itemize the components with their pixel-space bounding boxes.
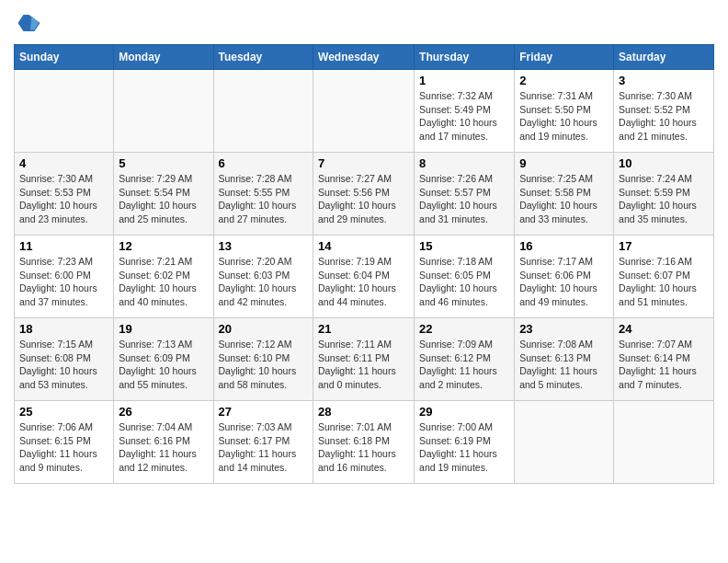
- day-info: Sunrise: 7:06 AMSunset: 6:15 PMDaylight:…: [19, 420, 108, 475]
- day-number: 11: [19, 239, 108, 253]
- page-header: [14, 9, 714, 37]
- day-number: 6: [219, 156, 309, 170]
- day-cell: 17Sunrise: 7:16 AMSunset: 6:07 PMDayligh…: [614, 236, 714, 318]
- day-number: 27: [219, 405, 309, 419]
- day-cell: 27Sunrise: 7:03 AMSunset: 6:17 PMDayligh…: [213, 401, 313, 484]
- column-header-tuesday: Tuesday: [213, 45, 313, 70]
- day-info: Sunrise: 7:23 AMSunset: 6:00 PMDaylight:…: [19, 255, 108, 309]
- day-cell: 5Sunrise: 7:29 AMSunset: 5:54 PMDaylight…: [114, 153, 213, 236]
- day-cell: 26Sunrise: 7:04 AMSunset: 6:16 PMDayligh…: [114, 401, 213, 484]
- day-number: 3: [619, 74, 709, 87]
- day-number: 28: [318, 405, 409, 419]
- week-row-4: 18Sunrise: 7:15 AMSunset: 6:08 PMDayligh…: [15, 318, 714, 401]
- day-cell: 2Sunrise: 7:31 AMSunset: 5:50 PMDaylight…: [515, 70, 614, 153]
- day-cell: 8Sunrise: 7:26 AMSunset: 5:57 PMDaylight…: [415, 153, 515, 236]
- day-info: Sunrise: 7:32 AMSunset: 5:49 PMDaylight:…: [419, 89, 509, 144]
- day-cell: 9Sunrise: 7:25 AMSunset: 5:58 PMDaylight…: [515, 153, 614, 236]
- day-cell: 25Sunrise: 7:06 AMSunset: 6:15 PMDayligh…: [15, 401, 114, 484]
- day-cell: 21Sunrise: 7:11 AMSunset: 6:11 PMDayligh…: [313, 318, 415, 401]
- day-number: 12: [119, 239, 208, 253]
- day-info: Sunrise: 7:20 AMSunset: 6:03 PMDaylight:…: [219, 255, 309, 309]
- day-cell: 6Sunrise: 7:28 AMSunset: 5:55 PMDaylight…: [213, 153, 313, 236]
- week-row-1: 1Sunrise: 7:32 AMSunset: 5:49 PMDaylight…: [15, 70, 714, 153]
- day-number: 29: [419, 405, 509, 419]
- day-cell: 23Sunrise: 7:08 AMSunset: 6:13 PMDayligh…: [515, 318, 614, 401]
- day-number: 22: [419, 322, 509, 336]
- day-number: 8: [419, 156, 509, 170]
- column-header-sunday: Sunday: [15, 45, 114, 70]
- day-info: Sunrise: 7:00 AMSunset: 6:19 PMDaylight:…: [419, 420, 509, 475]
- day-cell: 13Sunrise: 7:20 AMSunset: 6:03 PMDayligh…: [213, 236, 313, 318]
- day-cell: 19Sunrise: 7:13 AMSunset: 6:09 PMDayligh…: [114, 318, 213, 401]
- day-cell: 3Sunrise: 7:30 AMSunset: 5:52 PMDaylight…: [614, 70, 714, 153]
- day-number: 19: [119, 322, 208, 336]
- day-info: Sunrise: 7:24 AMSunset: 5:59 PMDaylight:…: [619, 172, 709, 226]
- day-cell: [213, 70, 313, 153]
- header-row: SundayMondayTuesdayWednesdayThursdayFrid…: [15, 45, 714, 70]
- day-info: Sunrise: 7:12 AMSunset: 6:10 PMDaylight:…: [219, 338, 309, 392]
- day-cell: [313, 70, 415, 153]
- day-number: 5: [119, 156, 208, 170]
- day-number: 15: [419, 239, 509, 253]
- day-info: Sunrise: 7:15 AMSunset: 6:08 PMDaylight:…: [19, 338, 108, 392]
- day-cell: 24Sunrise: 7:07 AMSunset: 6:14 PMDayligh…: [614, 318, 714, 401]
- day-cell: [15, 70, 114, 153]
- day-cell: 12Sunrise: 7:21 AMSunset: 6:02 PMDayligh…: [114, 236, 213, 318]
- day-info: Sunrise: 7:13 AMSunset: 6:09 PMDaylight:…: [119, 338, 208, 392]
- day-info: Sunrise: 7:01 AMSunset: 6:18 PMDaylight:…: [318, 420, 409, 475]
- day-cell: 4Sunrise: 7:30 AMSunset: 5:53 PMDaylight…: [15, 153, 114, 236]
- day-info: Sunrise: 7:09 AMSunset: 6:12 PMDaylight:…: [419, 338, 509, 392]
- day-number: 17: [619, 239, 709, 253]
- day-info: Sunrise: 7:19 AMSunset: 6:04 PMDaylight:…: [318, 255, 409, 309]
- day-info: Sunrise: 7:11 AMSunset: 6:11 PMDaylight:…: [318, 338, 409, 392]
- day-info: Sunrise: 7:30 AMSunset: 5:52 PMDaylight:…: [619, 89, 709, 144]
- day-info: Sunrise: 7:28 AMSunset: 5:55 PMDaylight:…: [219, 172, 309, 226]
- day-info: Sunrise: 7:03 AMSunset: 6:17 PMDaylight:…: [219, 420, 309, 475]
- day-info: Sunrise: 7:26 AMSunset: 5:57 PMDaylight:…: [419, 172, 509, 226]
- calendar-table: SundayMondayTuesdayWednesdayThursdayFrid…: [14, 44, 714, 484]
- day-number: 20: [219, 322, 309, 336]
- day-number: 18: [19, 322, 108, 336]
- column-header-saturday: Saturday: [614, 45, 714, 70]
- day-cell: 28Sunrise: 7:01 AMSunset: 6:18 PMDayligh…: [313, 401, 415, 484]
- day-number: 23: [519, 322, 609, 336]
- day-info: Sunrise: 7:04 AMSunset: 6:16 PMDaylight:…: [119, 420, 208, 475]
- week-row-2: 4Sunrise: 7:30 AMSunset: 5:53 PMDaylight…: [15, 153, 714, 236]
- day-info: Sunrise: 7:25 AMSunset: 5:58 PMDaylight:…: [519, 172, 609, 226]
- column-header-wednesday: Wednesday: [313, 45, 415, 70]
- day-number: 26: [119, 405, 208, 419]
- day-cell: 1Sunrise: 7:32 AMSunset: 5:49 PMDaylight…: [415, 70, 515, 153]
- column-header-monday: Monday: [114, 45, 213, 70]
- day-cell: 22Sunrise: 7:09 AMSunset: 6:12 PMDayligh…: [415, 318, 515, 401]
- day-number: 1: [419, 74, 509, 87]
- day-info: Sunrise: 7:16 AMSunset: 6:07 PMDaylight:…: [619, 255, 709, 309]
- day-cell: [515, 401, 614, 484]
- day-number: 7: [318, 156, 409, 170]
- day-number: 14: [318, 239, 409, 253]
- day-cell: 11Sunrise: 7:23 AMSunset: 6:00 PMDayligh…: [15, 236, 114, 318]
- day-cell: 14Sunrise: 7:19 AMSunset: 6:04 PMDayligh…: [313, 236, 415, 318]
- column-header-thursday: Thursday: [415, 45, 515, 70]
- day-info: Sunrise: 7:07 AMSunset: 6:14 PMDaylight:…: [619, 338, 709, 392]
- day-cell: 16Sunrise: 7:17 AMSunset: 6:06 PMDayligh…: [515, 236, 614, 318]
- day-cell: 20Sunrise: 7:12 AMSunset: 6:10 PMDayligh…: [213, 318, 313, 401]
- logo-icon: [14, 9, 41, 37]
- day-info: Sunrise: 7:17 AMSunset: 6:06 PMDaylight:…: [519, 255, 609, 309]
- day-number: 10: [619, 156, 709, 170]
- day-info: Sunrise: 7:31 AMSunset: 5:50 PMDaylight:…: [519, 89, 609, 144]
- day-cell: 29Sunrise: 7:00 AMSunset: 6:19 PMDayligh…: [415, 401, 515, 484]
- day-number: 16: [519, 239, 609, 253]
- day-info: Sunrise: 7:18 AMSunset: 6:05 PMDaylight:…: [419, 255, 509, 309]
- day-cell: 18Sunrise: 7:15 AMSunset: 6:08 PMDayligh…: [15, 318, 114, 401]
- day-info: Sunrise: 7:29 AMSunset: 5:54 PMDaylight:…: [119, 172, 208, 226]
- day-number: 9: [519, 156, 609, 170]
- day-cell: 10Sunrise: 7:24 AMSunset: 5:59 PMDayligh…: [614, 153, 714, 236]
- day-number: 4: [19, 156, 108, 170]
- day-info: Sunrise: 7:21 AMSunset: 6:02 PMDaylight:…: [119, 255, 208, 309]
- day-cell: 15Sunrise: 7:18 AMSunset: 6:05 PMDayligh…: [415, 236, 515, 318]
- day-cell: [614, 401, 714, 484]
- column-header-friday: Friday: [515, 45, 614, 70]
- day-number: 24: [619, 322, 709, 336]
- day-number: 25: [19, 405, 108, 419]
- day-info: Sunrise: 7:30 AMSunset: 5:53 PMDaylight:…: [19, 172, 108, 226]
